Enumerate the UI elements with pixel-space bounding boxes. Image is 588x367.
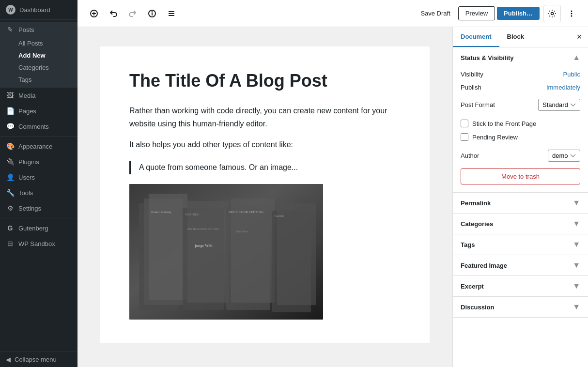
sidebar-item-users[interactable]: 👤 Users — [0, 169, 77, 185]
svg-rect-18 — [187, 201, 229, 303]
sidebar-item-settings[interactable]: ⚙ Settings — [0, 200, 77, 216]
main-area: Save Draft Preview Publish… The Title Of… — [77, 0, 588, 367]
post-format-select[interactable]: Standard Aside Image Video Quote Link — [538, 99, 580, 111]
block-tab[interactable]: Block — [499, 27, 532, 47]
sidebar-item-media[interactable]: 🖼 Media — [0, 88, 77, 103]
sidebar-item-gutenberg-label: Gutenberg — [18, 225, 48, 232]
tags-label: Tags — [461, 241, 475, 248]
svg-point-11 — [571, 13, 573, 14]
preview-button[interactable]: Preview — [458, 6, 495, 20]
tags-link[interactable]: Tags — [0, 74, 77, 86]
categories-section: Categories ▼ — [453, 214, 588, 234]
pending-review-checkbox[interactable] — [461, 133, 468, 141]
pending-review-label: Pending Review — [472, 134, 518, 141]
sidebar-item-gutenberg[interactable]: G Gutenberg — [0, 220, 77, 236]
post-format-label: Post Format — [461, 101, 495, 108]
svg-point-9 — [551, 12, 554, 15]
stick-front-page-checkbox[interactable] — [461, 120, 468, 127]
sidebar-item-wp-sandbox[interactable]: ⊟ WP Sandbox — [0, 236, 77, 251]
svg-text:Basler Zeitung: Basler Zeitung — [151, 210, 171, 214]
dashboard-label: Dashboard — [19, 6, 50, 14]
panel-body: Status & Visibility ▲ Visibility Public … — [453, 47, 588, 367]
featured-image-collapse-icon: ▼ — [573, 261, 580, 270]
sidebar-divider-1 — [0, 136, 77, 137]
status-visibility-header[interactable]: Status & Visibility ▲ — [453, 47, 588, 68]
users-icon: 👤 — [6, 173, 15, 182]
editor-content: The Title Of A Blog Post Rather than wor… — [100, 46, 430, 343]
post-title[interactable]: The Title Of A Blog Post — [129, 70, 401, 92]
sidebar-logo[interactable]: W Dashboard — [0, 0, 77, 20]
excerpt-header[interactable]: Excerpt ▼ — [453, 276, 588, 296]
visibility-label: Visibility — [461, 71, 483, 78]
sidebar-item-posts[interactable]: ✎ Posts — [0, 22, 77, 37]
publish-button[interactable]: Publish… — [497, 7, 540, 20]
sidebar-item-comments-label: Comments — [18, 123, 49, 130]
blockquote[interactable]: A quote from someone famous. Or an image… — [129, 161, 401, 174]
collapse-label: Collapse menu — [15, 356, 57, 363]
categories-header[interactable]: Categories ▼ — [453, 214, 588, 234]
settings-gear-button[interactable] — [543, 5, 561, 22]
sidebar-item-plugins[interactable]: 🔌 Plugins — [0, 154, 77, 169]
add-block-button[interactable] — [85, 5, 103, 22]
author-row: Author demo — [461, 147, 580, 165]
categories-link[interactable]: Categories — [0, 61, 77, 74]
info-button[interactable] — [143, 5, 161, 22]
undo-button[interactable] — [105, 5, 122, 22]
excerpt-collapse-icon: ▼ — [573, 282, 580, 291]
status-visibility-collapse-icon: ▲ — [573, 53, 580, 62]
comments-icon: 💬 — [6, 122, 15, 131]
move-to-trash-button[interactable]: Move to trash — [461, 168, 580, 184]
panel-close-button[interactable]: × — [571, 29, 588, 46]
permalink-label: Permalink — [461, 199, 491, 207]
svg-text:NRZ NEUE RUHR-ZEITUNG: NRZ NEUE RUHR-ZEITUNG — [187, 228, 219, 230]
visibility-row: Visibility Public — [461, 68, 580, 81]
sidebar-item-comments[interactable]: 💬 Comments — [0, 119, 77, 134]
svg-rect-22 — [277, 203, 316, 305]
featured-image-label: Featured Image — [461, 262, 507, 269]
tags-header[interactable]: Tags ▼ — [453, 234, 588, 255]
svg-point-10 — [571, 10, 573, 12]
visibility-value[interactable]: Public — [563, 71, 580, 78]
more-options-button[interactable] — [563, 5, 580, 22]
sidebar: W Dashboard ✎ Posts All Posts Add New Ca… — [0, 0, 77, 367]
body-paragraph-2[interactable]: It also helps you add other types of con… — [129, 138, 401, 151]
pages-icon: 📄 — [6, 107, 15, 115]
post-format-row: Post Format Standard Aside Image Video Q… — [461, 96, 580, 114]
body-paragraph-1[interactable]: Rather than working with code directly, … — [129, 104, 401, 130]
redo-button[interactable] — [124, 5, 141, 22]
sidebar-item-tools[interactable]: 🔧 Tools — [0, 185, 77, 200]
categories-collapse-icon: ▼ — [573, 219, 580, 228]
sidebar-nav: ✎ Posts All Posts Add New Categories Tag… — [0, 20, 77, 253]
excerpt-section: Excerpt ▼ — [453, 276, 588, 297]
discussion-collapse-icon: ▼ — [573, 303, 580, 311]
publish-value[interactable]: Immediately — [546, 84, 580, 91]
sidebar-divider-2 — [0, 218, 77, 218]
collapse-menu-button[interactable]: ◀ Collapse menu — [0, 352, 77, 367]
status-visibility-label: Status & Visibility — [461, 54, 514, 61]
save-draft-button[interactable]: Save Draft — [415, 7, 456, 20]
svg-rect-20 — [231, 199, 275, 303]
editor-toolbar: Save Draft Preview Publish… — [77, 0, 588, 27]
sidebar-item-pages-label: Pages — [18, 107, 36, 115]
sidebar-item-pages[interactable]: 📄 Pages — [0, 103, 77, 119]
author-select[interactable]: demo — [548, 150, 580, 162]
discussion-header[interactable]: Discussion ▼ — [453, 297, 588, 317]
sidebar-item-settings-label: Settings — [18, 205, 41, 212]
document-panel: Document Block × Status & Visibility ▲ V… — [452, 27, 588, 367]
document-tab[interactable]: Document — [453, 27, 499, 47]
sidebar-item-appearance[interactable]: 🎨 Appearance — [0, 138, 77, 154]
featured-image-header[interactable]: Featured Image ▼ — [453, 255, 588, 275]
discussion-section: Discussion ▼ — [453, 297, 588, 318]
stick-front-page-label: Stick to the Front Page — [472, 120, 536, 127]
sidebar-item-tools-label: Tools — [18, 189, 33, 197]
list-view-button[interactable] — [163, 5, 180, 22]
editor: The Title Of A Blog Post Rather than wor… — [77, 27, 452, 367]
featured-image-section: Featured Image ▼ — [453, 255, 588, 276]
posts-icon: ✎ — [6, 25, 15, 34]
permalink-section: Permalink ▼ — [453, 193, 588, 214]
media-icon: 🖼 — [6, 91, 15, 100]
add-new-link[interactable]: Add New — [0, 49, 77, 61]
permalink-header[interactable]: Permalink ▼ — [453, 193, 588, 213]
all-posts-link[interactable]: All Posts — [0, 37, 77, 49]
tags-collapse-icon: ▼ — [573, 240, 580, 249]
